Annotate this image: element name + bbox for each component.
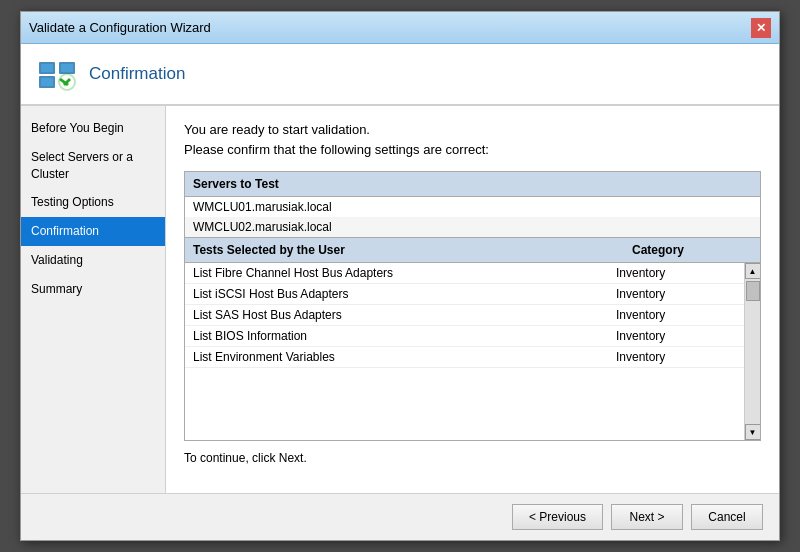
table-row: List iSCSI Host Bus AdaptersInventory — [185, 284, 744, 305]
sidebar-item-summary[interactable]: Summary — [21, 275, 165, 304]
servers-header: Servers to Test — [185, 172, 760, 197]
main-content: Before You BeginSelect Servers or a Clus… — [21, 106, 779, 493]
sidebar: Before You BeginSelect Servers or a Clus… — [21, 106, 166, 493]
intro-line1: You are ready to start validation. — [184, 120, 761, 140]
window-title: Validate a Configuration Wizard — [29, 20, 211, 35]
table-row: List SAS Host Bus AdaptersInventory — [185, 305, 744, 326]
svg-rect-3 — [61, 64, 73, 72]
footer: < Previous Next > Cancel — [21, 493, 779, 540]
close-button[interactable]: ✕ — [751, 18, 771, 38]
table-row: List Environment VariablesInventory — [185, 347, 744, 368]
wizard-window: Validate a Configuration Wizard ✕ Confir… — [20, 11, 780, 541]
table-row: WMCLU01.marusiak.local — [185, 197, 760, 217]
svg-rect-5 — [41, 78, 53, 86]
test-category: Inventory — [616, 266, 736, 280]
vertical-scrollbar[interactable]: ▲ ▼ — [744, 263, 760, 440]
sidebar-item-testing-options[interactable]: Testing Options — [21, 188, 165, 217]
test-name: List Fibre Channel Host Bus Adapters — [193, 266, 616, 280]
table-row: List BIOS InformationInventory — [185, 326, 744, 347]
tests-scroll-area: List Fibre Channel Host Bus AdaptersInve… — [185, 263, 760, 440]
scroll-up-arrow[interactable]: ▲ — [745, 263, 761, 279]
intro-text: You are ready to start validation. Pleas… — [184, 120, 761, 159]
to-continue-text: To continue, click Next. — [184, 451, 761, 465]
settings-table: Servers to Test WMCLU01.marusiak.localWM… — [184, 171, 761, 441]
previous-button[interactable]: < Previous — [512, 504, 603, 530]
sidebar-item-select-servers[interactable]: Select Servers or a Cluster — [21, 143, 165, 189]
test-name: List iSCSI Host Bus Adapters — [193, 287, 616, 301]
tests-col-header: Tests Selected by the User — [193, 243, 632, 257]
test-category: Inventory — [616, 308, 736, 322]
scroll-thumb[interactable] — [746, 281, 760, 301]
test-category: Inventory — [616, 287, 736, 301]
test-name: List Environment Variables — [193, 350, 616, 364]
sidebar-item-before-you-begin[interactable]: Before You Begin — [21, 114, 165, 143]
tests-rows: List Fibre Channel Host Bus AdaptersInve… — [185, 263, 744, 440]
scroll-down-arrow[interactable]: ▼ — [745, 424, 761, 440]
sidebar-item-confirmation[interactable]: Confirmation — [21, 217, 165, 246]
category-col-header: Category — [632, 243, 752, 257]
sidebar-item-validating[interactable]: Validating — [21, 246, 165, 275]
test-name: List SAS Host Bus Adapters — [193, 308, 616, 322]
table-row: WMCLU02.marusiak.local — [185, 217, 760, 237]
servers-rows: WMCLU01.marusiak.localWMCLU02.marusiak.l… — [185, 197, 760, 237]
content-area: You are ready to start validation. Pleas… — [166, 106, 779, 493]
header-icon — [37, 54, 77, 94]
tests-header: Tests Selected by the User Category — [185, 237, 760, 263]
page-title: Confirmation — [89, 64, 185, 84]
wizard-header: Confirmation — [21, 44, 779, 106]
test-name: List BIOS Information — [193, 329, 616, 343]
test-category: Inventory — [616, 329, 736, 343]
next-button[interactable]: Next > — [611, 504, 683, 530]
title-bar: Validate a Configuration Wizard ✕ — [21, 12, 779, 44]
svg-rect-1 — [41, 64, 53, 72]
scroll-track — [745, 279, 760, 424]
table-row: List Fibre Channel Host Bus AdaptersInve… — [185, 263, 744, 284]
cancel-button[interactable]: Cancel — [691, 504, 763, 530]
test-category: Inventory — [616, 350, 736, 364]
intro-line2: Please confirm that the following settin… — [184, 140, 761, 160]
